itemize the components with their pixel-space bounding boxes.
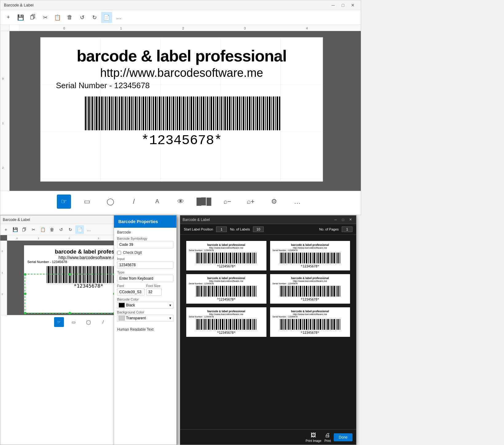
sub1-rect-tool[interactable]: ▭: [69, 317, 79, 327]
svg-rect-263: [316, 286, 317, 297]
plc3-title: barcode & label professional: [207, 277, 245, 280]
done-button[interactable]: Done: [334, 433, 352, 441]
sub1-ruler-v: 0 1 2: [0, 241, 7, 315]
no-of-labels-input[interactable]: [253, 226, 264, 232]
start-label-pos-input[interactable]: [216, 226, 227, 232]
more-button[interactable]: …: [113, 12, 124, 23]
barcode-tool-button[interactable]: █▉█: [197, 195, 211, 209]
props-check-digit-checkbox[interactable]: [117, 251, 121, 255]
redo-button[interactable]: ↻: [89, 12, 100, 23]
handle-ml[interactable]: [24, 293, 26, 295]
handle-bm[interactable]: [69, 312, 71, 314]
print-label-card-4: barcode & label professional http://www.…: [270, 274, 350, 304]
print-icon: 🖨: [325, 432, 330, 439]
undo-button[interactable]: ↺: [77, 12, 88, 23]
svg-rect-310: [280, 319, 281, 330]
props-type-select[interactable]: Enter from Keyboard From Database: [117, 275, 173, 282]
svg-rect-149: [203, 253, 203, 263]
circle-tool-button[interactable]: ◯: [104, 195, 118, 209]
props-input-field[interactable]: [117, 261, 173, 269]
props-bg-color-picker[interactable]: Transparent ▼: [117, 315, 173, 321]
props-symbology-select[interactable]: Code 39 Code 128 EAN-13: [117, 241, 173, 248]
zoom-in-button[interactable]: ⌕+: [244, 195, 258, 209]
paste-button[interactable]: 📋: [52, 12, 63, 23]
sub1-cut[interactable]: ✂: [29, 225, 38, 234]
props-human-readable-section: Human Readable Text: [114, 325, 176, 333]
sub1-more[interactable]: …: [85, 225, 93, 234]
svg-rect-271: [331, 286, 333, 297]
main-window-title: Barcode & Label: [4, 3, 33, 7]
svg-rect-334: [326, 319, 326, 330]
save-button[interactable]: 💾: [15, 12, 26, 23]
label-preview: barcode & label professional http://www.…: [40, 37, 323, 182]
image-tool-button[interactable]: 👁: [174, 195, 188, 209]
handle-tl[interactable]: [24, 273, 26, 276]
sub1-add[interactable]: +: [2, 225, 10, 234]
print-minimize[interactable]: ─: [332, 216, 339, 223]
add-button[interactable]: +: [3, 12, 14, 23]
no-of-pages-label: No. of Pages: [319, 227, 339, 231]
svg-rect-317: [292, 319, 293, 330]
main-title-bar: Barcode & Label ─ □ ✕: [0, 0, 361, 10]
print-image-label: Print Image: [306, 439, 321, 443]
svg-rect-199: [320, 253, 321, 263]
sub1-copy[interactable]: 🗍: [20, 225, 29, 234]
svg-rect-261: [312, 286, 313, 297]
zoom-out-button[interactable]: ⌕−: [220, 195, 234, 209]
sub1-save[interactable]: 💾: [11, 225, 19, 234]
sub1-line-tool[interactable]: /: [98, 317, 108, 327]
plc5-title: barcode & label professional: [207, 310, 245, 313]
svg-rect-289: [218, 319, 219, 330]
props-font-select[interactable]: CCode39_S3: [117, 288, 144, 296]
svg-rect-171: [246, 253, 246, 263]
minimize-button[interactable]: ─: [329, 1, 337, 10]
svg-rect-303: [246, 319, 246, 330]
copy-button[interactable]: 🗍: [27, 12, 38, 23]
print-label-card-6: barcode & label professional http://www.…: [270, 307, 350, 337]
svg-rect-222: [216, 286, 217, 297]
sub1-redo[interactable]: ↻: [66, 225, 75, 234]
sub1-undo[interactable]: ↺: [57, 225, 65, 234]
print-preview-window: Barcode & Label ─ □ ✕ Start Label Positi…: [180, 215, 356, 445]
svg-rect-204: [330, 253, 330, 263]
more-tools-button[interactable]: …: [290, 195, 305, 209]
print-maximize[interactable]: □: [340, 216, 346, 223]
props-barcode-color-picker[interactable]: Black ▼: [117, 302, 173, 309]
canvas-area[interactable]: barcode & label professional http://www.…: [10, 31, 361, 191]
sub1-delete[interactable]: 🗑: [48, 225, 56, 234]
svg-rect-197: [316, 253, 317, 263]
maximize-button[interactable]: □: [339, 1, 347, 10]
print-close[interactable]: ✕: [347, 216, 354, 223]
sub1-new[interactable]: 📄: [75, 225, 84, 234]
svg-rect-274: [337, 286, 339, 297]
svg-rect-313: [285, 319, 286, 330]
cut-button[interactable]: ✂: [40, 12, 51, 23]
props-fontsize-select[interactable]: 32 24 48: [146, 288, 162, 296]
print-image-button[interactable]: 🖼 Print Image: [306, 432, 321, 443]
handle-tm[interactable]: [69, 273, 71, 276]
line-tool-button[interactable]: /: [127, 195, 141, 209]
sub1-paste[interactable]: 📋: [38, 225, 47, 234]
barcode-color-value: Black: [126, 303, 169, 307]
plc6-barcode: [279, 319, 341, 330]
settings-button[interactable]: ⚙: [267, 195, 281, 209]
plc4-barcode: [279, 286, 341, 297]
svg-rect-162: [228, 253, 229, 263]
print-label-grid: barcode & label professional http://www.…: [180, 235, 356, 343]
new-document-button[interactable]: 📄: [101, 12, 112, 23]
sub1-circle-tool[interactable]: ◯: [84, 317, 93, 327]
sub1-select-tool[interactable]: ☞: [54, 317, 64, 327]
select-tool-button[interactable]: ☞: [57, 195, 71, 209]
rectangle-tool-button[interactable]: ▭: [80, 195, 94, 209]
delete-button[interactable]: 🗑: [64, 12, 75, 23]
svg-rect-182: [287, 253, 287, 263]
sub1-title: Barcode & Label: [3, 218, 30, 222]
svg-rect-275: [340, 286, 340, 297]
svg-rect-265: [320, 286, 321, 297]
print-button[interactable]: 🖨 Print: [325, 432, 331, 443]
handle-bl[interactable]: [24, 312, 26, 314]
no-of-pages-input[interactable]: [342, 226, 352, 232]
text-tool-button[interactable]: A: [150, 195, 164, 209]
close-button[interactable]: ✕: [348, 1, 357, 10]
svg-rect-279: [199, 319, 200, 330]
